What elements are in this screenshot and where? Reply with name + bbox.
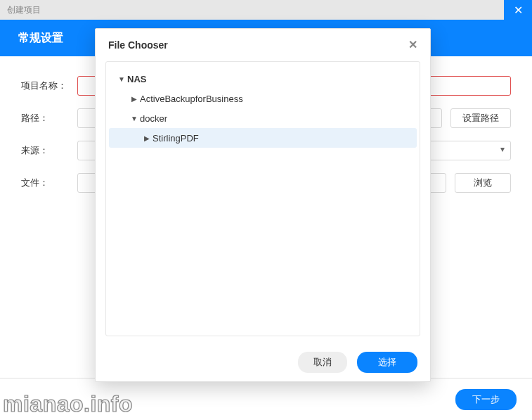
- modal-overlay: File Chooser ✕ ▼NAS▶ActiveBackupforBusin…: [0, 0, 532, 420]
- dialog-close-button[interactable]: ✕: [405, 37, 420, 53]
- select-button[interactable]: 选择: [357, 352, 417, 373]
- watermark-text: mianao.info: [3, 391, 133, 417]
- tree-row[interactable]: ▼NAS: [109, 69, 417, 89]
- caret-right-icon[interactable]: ▶: [129, 95, 140, 103]
- caret-down-icon[interactable]: ▼: [116, 75, 127, 83]
- tree-row[interactable]: ▼docker: [109, 108, 417, 128]
- caret-down-icon[interactable]: ▼: [129, 115, 140, 122]
- tree-row[interactable]: ▶ActiveBackupforBusiness: [109, 89, 417, 108]
- caret-right-icon[interactable]: ▶: [141, 134, 153, 142]
- cancel-button[interactable]: 取消: [298, 352, 347, 373]
- tree-row[interactable]: ▶StirlingPDF: [109, 128, 417, 148]
- dialog-header: File Chooser ✕: [96, 29, 430, 61]
- close-icon: ✕: [408, 39, 417, 51]
- tree-label: ActiveBackupforBusiness: [140, 94, 243, 104]
- tree-label: NAS: [127, 74, 146, 84]
- dialog-title: File Chooser: [108, 39, 168, 51]
- dialog-footer: 取消 选择: [96, 343, 430, 381]
- file-chooser-dialog: File Chooser ✕ ▼NAS▶ActiveBackupforBusin…: [95, 28, 431, 382]
- tree-label: StirlingPDF: [153, 133, 199, 144]
- dialog-body: ▼NAS▶ActiveBackupforBusiness▼docker▶Stir…: [96, 61, 430, 343]
- tree-label: docker: [140, 113, 167, 124]
- folder-tree: ▼NAS▶ActiveBackupforBusiness▼docker▶Stir…: [105, 61, 420, 336]
